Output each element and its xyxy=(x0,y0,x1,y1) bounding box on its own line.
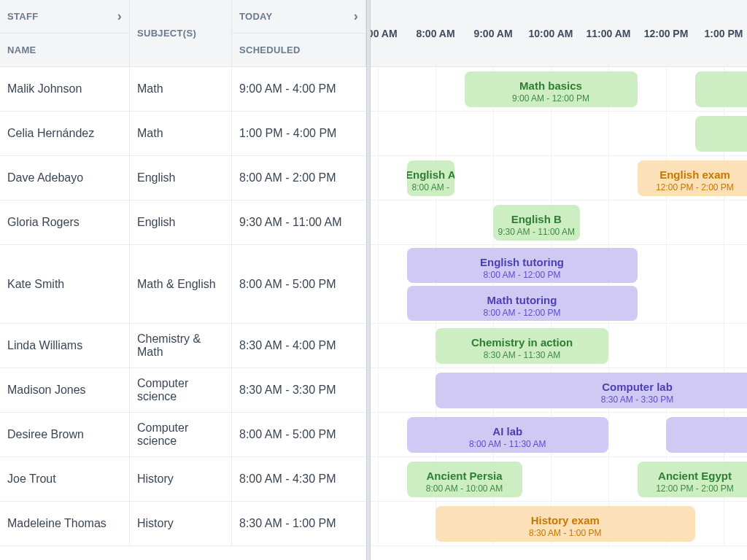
header-today[interactable]: TODAY › xyxy=(232,0,366,34)
staff-row[interactable]: Madeleine ThomasHistory8:30 AM - 1:00 PM xyxy=(0,502,366,546)
header-name-label: NAME xyxy=(7,44,36,55)
staff-cell-subjects: History xyxy=(130,502,232,545)
schedule-event[interactable]: English A8:00 AM - xyxy=(407,160,455,196)
timeline-header: 7:00 AM8:00 AM9:00 AM10:00 AM11:00 AM12:… xyxy=(371,0,747,67)
timeline-row-divider xyxy=(371,368,747,368)
event-time: 9:30 AM - 11:00 AM xyxy=(498,227,575,237)
event-title: English exam xyxy=(659,168,730,181)
staff-cell-scheduled: 8:00 AM - 2:00 PM xyxy=(232,156,366,200)
staff-row[interactable]: Linda WilliamsChemistry & Math8:30 AM - … xyxy=(0,324,366,368)
staff-row[interactable]: Malik JohnsonMath9:00 AM - 4:00 PM xyxy=(0,67,366,112)
timeline-row-divider xyxy=(371,200,747,201)
time-tick: 7:00 AM xyxy=(371,0,407,66)
schedule-event[interactable] xyxy=(695,116,748,152)
schedule-event[interactable]: Ancient Egypt12:00 PM - 2:00 PM xyxy=(638,462,748,497)
event-time: 8:00 AM - 10:00 AM xyxy=(426,483,503,494)
timeline-row-divider xyxy=(371,545,747,546)
staff-cell-subjects: Computer science xyxy=(130,413,232,456)
staff-header: STAFF › NAME SUBJECT(S) TODAY › SCHEDULE… xyxy=(0,0,366,67)
staff-rows: Malik JohnsonMath9:00 AM - 4:00 PMCelia … xyxy=(0,67,366,546)
timeline-row-divider xyxy=(371,111,747,112)
staff-row[interactable]: Gloria RogersEnglish9:30 AM - 11:00 AM xyxy=(0,201,366,245)
staff-cell-scheduled: 9:30 AM - 11:00 AM xyxy=(232,201,366,244)
staff-row[interactable]: Dave AdebayoEnglish8:00 AM - 2:00 PM xyxy=(0,156,366,201)
schedule-root: STAFF › NAME SUBJECT(S) TODAY › SCHEDULE… xyxy=(0,0,747,560)
header-subjects-label: SUBJECT(S) xyxy=(137,28,196,39)
staff-row[interactable]: Madison JonesComputer science8:30 AM - 3… xyxy=(0,368,366,413)
staff-cell-subjects: Computer science xyxy=(130,368,232,412)
header-scheduled: SCHEDULED xyxy=(232,34,366,67)
staff-cell-subjects: English xyxy=(130,201,232,244)
event-title: AI lab xyxy=(492,425,522,438)
event-title: Chemistry in action xyxy=(471,336,573,349)
event-time: 9:00 AM - 12:00 PM xyxy=(512,93,589,104)
timeline-row-divider xyxy=(371,456,747,457)
staff-cell-name: Linda Williams xyxy=(0,324,130,368)
staff-cell-scheduled: 8:30 AM - 3:30 PM xyxy=(232,368,366,412)
staff-cell-scheduled: 9:00 AM - 4:00 PM xyxy=(232,67,366,111)
event-title: Ancient Persia xyxy=(426,470,502,482)
timeline-row-divider xyxy=(371,501,747,502)
timeline-row-divider xyxy=(371,244,747,245)
staff-cell-subjects: Math & English xyxy=(130,245,232,323)
schedule-event[interactable]: History exam8:30 AM - 1:00 PM xyxy=(436,506,695,542)
staff-row[interactable]: Celia HernándezMath1:00 PM - 4:00 PM xyxy=(0,112,366,156)
staff-cell-subjects: English xyxy=(130,156,232,200)
schedule-event[interactable]: AI lab8:00 AM - 11:30 AM xyxy=(407,417,609,453)
event-time: 12:00 PM - 2:00 PM xyxy=(656,182,734,192)
schedule-event[interactable]: Math tutoring8:00 AM - 12:00 PM xyxy=(407,286,638,321)
chevron-right-icon: › xyxy=(117,9,122,24)
staff-cell-subjects: History xyxy=(130,457,232,501)
header-name: NAME xyxy=(0,34,130,67)
schedule-event[interactable]: Computer lab8:30 AM - 3:30 PM xyxy=(436,373,747,408)
event-time: 8:00 AM - 11:30 AM xyxy=(469,439,546,449)
schedule-event[interactable]: Chemistry in action8:30 AM - 11:30 AM xyxy=(436,328,608,364)
header-subjects: SUBJECT(S) xyxy=(130,0,232,67)
staff-cell-name: Malik Johnson xyxy=(0,67,130,111)
time-tick: 9:00 AM xyxy=(465,0,522,66)
staff-row[interactable]: Kate SmithMath & English8:00 AM - 5:00 P… xyxy=(0,245,366,324)
staff-row[interactable]: Joe TroutHistory8:00 AM - 4:30 PM xyxy=(0,457,366,502)
time-tick: 10:00 AM xyxy=(522,0,580,66)
schedule-event[interactable] xyxy=(666,417,747,453)
schedule-event[interactable]: English tutoring8:00 AM - 12:00 PM xyxy=(407,248,638,283)
time-tick: 11:00 AM xyxy=(580,0,638,66)
timeline-row-divider xyxy=(371,412,747,413)
staff-cell-name: Dave Adebayo xyxy=(0,156,130,200)
staff-cell-scheduled: 8:00 AM - 5:00 PM xyxy=(232,413,366,456)
staff-cell-name: Madeleine Thomas xyxy=(0,502,130,545)
staff-cell-name: Celia Hernández xyxy=(0,112,130,155)
schedule-event[interactable]: Math basics9:00 AM - 12:00 PM xyxy=(465,71,638,107)
staff-cell-subjects: Math xyxy=(130,67,232,111)
header-staff[interactable]: STAFF › xyxy=(0,0,130,34)
timeline-row-divider xyxy=(371,323,747,324)
timeline-body[interactable]: Math basics9:00 AM - 12:00 PMEnglish A8:… xyxy=(371,67,747,546)
event-time: 12:00 PM - 2:00 PM xyxy=(656,483,734,494)
event-title: Math basics xyxy=(519,79,582,92)
event-title: English B xyxy=(511,213,562,225)
time-tick: 1:00 PM xyxy=(695,0,748,66)
timeline-panel: 7:00 AM8:00 AM9:00 AM10:00 AM11:00 AM12:… xyxy=(371,0,747,560)
event-time: 8:00 AM - 12:00 PM xyxy=(483,270,560,280)
staff-cell-scheduled: 8:30 AM - 1:00 PM xyxy=(232,502,366,545)
timeline-hour-divider xyxy=(378,67,379,546)
staff-cell-scheduled: 1:00 PM - 4:00 PM xyxy=(232,112,366,155)
event-time: 8:30 AM - 11:30 AM xyxy=(484,350,560,360)
event-title: Math tutoring xyxy=(487,294,557,306)
event-title: Computer lab xyxy=(602,381,673,393)
event-time: 8:30 AM - 3:30 PM xyxy=(601,394,673,405)
staff-row[interactable]: Desiree BrownComputer science8:00 AM - 5… xyxy=(0,413,366,457)
staff-panel: STAFF › NAME SUBJECT(S) TODAY › SCHEDULE… xyxy=(0,0,366,560)
event-title: English tutoring xyxy=(480,256,564,268)
staff-cell-name: Kate Smith xyxy=(0,245,130,323)
schedule-event[interactable]: English B9:30 AM - 11:00 AM xyxy=(493,205,580,241)
header-scheduled-label: SCHEDULED xyxy=(239,44,301,55)
staff-cell-name: Joe Trout xyxy=(0,457,130,501)
schedule-event[interactable]: English exam12:00 PM - 2:00 PM xyxy=(638,160,748,196)
staff-cell-subjects: Math xyxy=(130,112,232,155)
staff-cell-subjects: Chemistry & Math xyxy=(130,324,232,368)
event-time: 8:30 AM - 1:00 PM xyxy=(529,528,601,538)
schedule-event[interactable]: Ancient Persia8:00 AM - 10:00 AM xyxy=(407,462,522,497)
event-time: 8:00 AM - xyxy=(412,182,449,192)
schedule-event[interactable] xyxy=(695,71,748,107)
